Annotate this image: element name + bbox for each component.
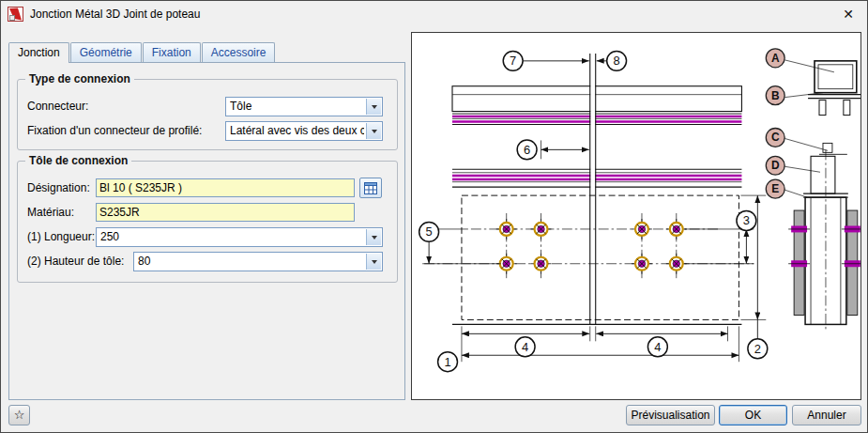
callout-d: D bbox=[766, 156, 784, 175]
callout-1: 1 bbox=[438, 352, 458, 372]
svg-text:1: 1 bbox=[444, 355, 450, 369]
chevron-down-icon bbox=[366, 99, 381, 115]
bolt-group-right bbox=[632, 219, 687, 274]
svg-text:6: 6 bbox=[524, 143, 530, 157]
callout-c: C bbox=[766, 128, 784, 147]
tab-accessoire[interactable]: Accessoire bbox=[202, 42, 276, 62]
joint-drawing: 7 8 6 5 3 4 4 bbox=[412, 33, 860, 399]
longueur-value: 250 bbox=[100, 228, 364, 246]
callout-5: 5 bbox=[419, 222, 439, 241]
close-icon[interactable]: ✕ bbox=[835, 4, 861, 24]
table-select-button[interactable] bbox=[359, 178, 382, 198]
app-icon bbox=[8, 7, 23, 22]
bolt-group-left bbox=[496, 219, 552, 274]
svg-text:C: C bbox=[771, 131, 780, 144]
ok-button[interactable]: OK bbox=[719, 405, 787, 425]
tab-fixation[interactable]: Fixation bbox=[143, 42, 201, 62]
svg-text:5: 5 bbox=[426, 224, 433, 239]
svg-text:2: 2 bbox=[754, 342, 761, 356]
chevron-down-icon bbox=[366, 123, 381, 139]
svg-text:E: E bbox=[771, 182, 779, 195]
materiau-input[interactable] bbox=[96, 203, 355, 222]
tab-geometrie[interactable]: Géométrie bbox=[70, 42, 142, 62]
callout-2: 2 bbox=[748, 339, 768, 359]
svg-text:D: D bbox=[771, 159, 780, 172]
joint-preview: 7 8 6 5 3 4 4 bbox=[411, 32, 861, 400]
connection-plates-magenta bbox=[452, 116, 741, 179]
designation-label: Désignation: bbox=[27, 178, 90, 198]
callout-4-right: 4 bbox=[647, 337, 667, 357]
hauteur-tole-value: 80 bbox=[138, 253, 364, 271]
callout-a: A bbox=[766, 49, 784, 68]
svg-text:3: 3 bbox=[743, 213, 750, 227]
tab-panel-jonction: Type de connexion Connecteur: Tôle Fixat… bbox=[8, 62, 405, 400]
tab-strip: Jonction Géométrie Fixation Accessoire bbox=[8, 42, 276, 63]
chevron-down-icon bbox=[366, 254, 381, 270]
connecteur-value: Tôle bbox=[230, 98, 364, 116]
connecteur-select[interactable]: Tôle bbox=[225, 97, 383, 116]
centerlines bbox=[424, 213, 754, 280]
group-tole-connexion: Tôle de connexion Désignation: Matériau:… bbox=[17, 161, 398, 283]
materiau-label: Matériau: bbox=[27, 203, 74, 223]
letter-leaders bbox=[784, 60, 834, 197]
tab-jonction[interactable]: Jonction bbox=[8, 42, 69, 63]
chevron-down-icon bbox=[366, 229, 381, 245]
titlebar[interactable]: Jonction Métal 3D Joint de poteau ✕ bbox=[1, 1, 867, 27]
star-icon: ☆ bbox=[14, 408, 25, 422]
side-view-column-section bbox=[794, 149, 858, 330]
fixation-connecteur-label: Fixation d'un connecteur de profilé: bbox=[27, 121, 202, 141]
callout-e: E bbox=[766, 179, 784, 198]
hauteur-tole-select[interactable]: 80 bbox=[133, 252, 383, 271]
callout-3: 3 bbox=[737, 211, 756, 231]
hauteur-tole-label: (2) Hauteur de tôle: bbox=[27, 252, 124, 271]
svg-text:7: 7 bbox=[510, 54, 516, 68]
window-title: Jonction Métal 3D Joint de poteau bbox=[30, 8, 200, 21]
table-icon bbox=[364, 182, 377, 194]
fixation-connecteur-value: Latéral avec vis des deux côtés bbox=[230, 122, 364, 140]
group-tole-connexion-title: Tôle de connexion bbox=[25, 154, 131, 167]
svg-text:4: 4 bbox=[522, 340, 528, 354]
svg-text:8: 8 bbox=[614, 54, 620, 68]
annuler-button[interactable]: Annuler bbox=[792, 405, 861, 425]
connecteur-label: Connecteur: bbox=[27, 97, 88, 116]
designation-input[interactable] bbox=[96, 178, 355, 197]
favorite-button[interactable]: ☆ bbox=[8, 405, 30, 425]
callout-b: B bbox=[766, 86, 784, 105]
side-view-beam-section bbox=[808, 61, 860, 154]
callout-4-left: 4 bbox=[515, 337, 535, 357]
svg-text:B: B bbox=[771, 89, 780, 102]
callout-8: 8 bbox=[607, 51, 627, 70]
svg-text:A: A bbox=[771, 52, 780, 65]
previsualisation-button[interactable]: Prévisualisation bbox=[626, 405, 715, 425]
group-type-connexion: Type de connexion Connecteur: Tôle Fixat… bbox=[17, 79, 398, 150]
callout-6: 6 bbox=[517, 140, 537, 160]
longueur-label: (1) Longueur: bbox=[27, 227, 95, 247]
callout-7: 7 bbox=[503, 51, 523, 70]
joint-dialog: Jonction Métal 3D Joint de poteau ✕ Jonc… bbox=[0, 0, 868, 433]
group-type-connexion-title: Type de connexion bbox=[25, 72, 134, 85]
longueur-select[interactable]: 250 bbox=[96, 227, 383, 247]
svg-text:4: 4 bbox=[654, 340, 661, 354]
fixation-connecteur-select[interactable]: Latéral avec vis des deux côtés bbox=[225, 121, 383, 141]
